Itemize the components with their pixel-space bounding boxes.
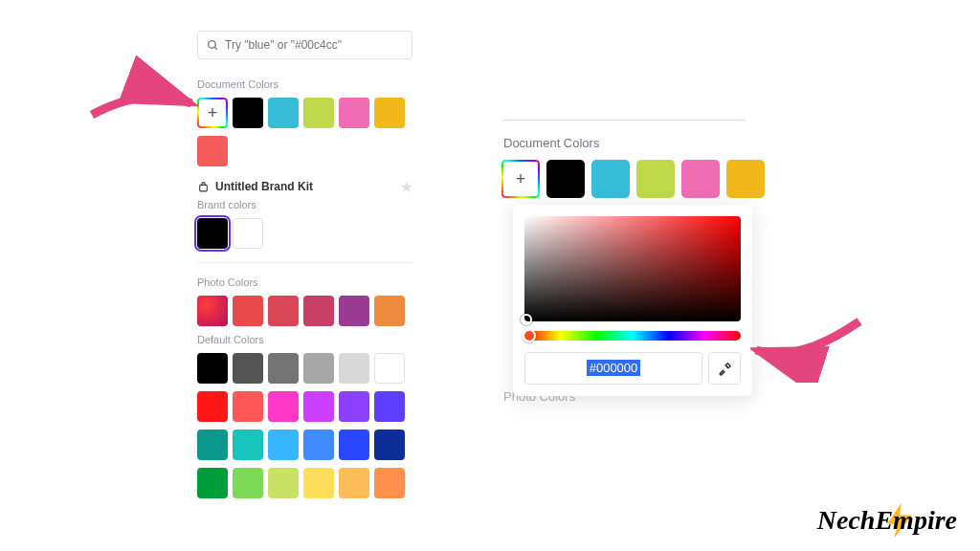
swatch[interactable] xyxy=(303,391,334,422)
hex-row: #000000 xyxy=(524,352,741,385)
plus-icon: + xyxy=(208,104,218,121)
swatch[interactable] xyxy=(233,468,263,498)
swatch[interactable] xyxy=(233,391,263,422)
swatch[interactable] xyxy=(268,98,299,128)
brand-kit-title: Untitled Brand Kit xyxy=(215,180,313,193)
swatch[interactable] xyxy=(197,353,228,384)
hue-slider[interactable] xyxy=(524,331,741,341)
swatch[interactable] xyxy=(591,160,630,198)
swatch[interactable] xyxy=(268,353,299,384)
brand-colors-heading: Brand colors xyxy=(197,199,412,210)
brand-kit-icon xyxy=(197,181,210,193)
photo-colors-row xyxy=(197,296,412,326)
swatch[interactable] xyxy=(374,98,405,128)
eyedropper-icon xyxy=(717,361,733,377)
document-colors-row2 xyxy=(197,136,412,166)
swatch[interactable] xyxy=(233,218,263,249)
swatch[interactable] xyxy=(303,353,334,384)
default-colors-heading: Default Colors xyxy=(197,334,412,345)
swatch[interactable] xyxy=(197,430,228,460)
swatch[interactable] xyxy=(339,353,369,384)
saturation-handle[interactable] xyxy=(521,314,532,325)
divider xyxy=(197,262,412,263)
swatch[interactable] xyxy=(339,296,369,326)
document-colors-row-right: + xyxy=(501,160,789,198)
brand-kit-header: Untitled Brand Kit ★ xyxy=(197,180,412,193)
plus-icon: + xyxy=(516,170,526,187)
swatch[interactable] xyxy=(339,430,369,460)
swatch[interactable] xyxy=(303,430,334,460)
color-picker-popover: #000000 xyxy=(513,205,752,396)
default-colors-row xyxy=(197,353,412,384)
color-search-input[interactable] xyxy=(225,38,403,52)
brand-colors-row xyxy=(197,218,412,249)
document-colors-row: + xyxy=(197,98,412,128)
search-icon xyxy=(207,39,219,52)
hex-value: #000000 xyxy=(587,360,641,376)
default-colors-row xyxy=(197,391,412,422)
swatch[interactable] xyxy=(374,353,405,384)
swatch[interactable] xyxy=(268,391,299,422)
annotation-arrow-right xyxy=(750,316,865,386)
annotation-arrow-left xyxy=(88,78,203,130)
swatch[interactable] xyxy=(374,468,405,498)
svg-line-1 xyxy=(214,47,217,50)
swatch[interactable] xyxy=(374,296,405,326)
hex-input[interactable]: #000000 xyxy=(524,352,702,385)
swatch[interactable] xyxy=(374,430,405,460)
hue-handle[interactable] xyxy=(523,329,536,342)
swatch[interactable] xyxy=(197,296,228,326)
add-color-button[interactable]: + xyxy=(501,160,540,198)
swatch[interactable] xyxy=(233,353,263,384)
swatch[interactable] xyxy=(233,430,263,460)
swatch[interactable] xyxy=(681,160,720,198)
swatch[interactable] xyxy=(339,468,369,498)
swatch[interactable] xyxy=(374,391,405,422)
swatch[interactable] xyxy=(726,160,765,198)
swatch[interactable] xyxy=(636,160,675,198)
svg-point-0 xyxy=(209,40,216,48)
swatch[interactable] xyxy=(197,136,228,166)
swatch[interactable] xyxy=(303,468,334,498)
swatch[interactable] xyxy=(233,296,263,326)
watermark-text: NechEmpire xyxy=(817,505,957,535)
swatch[interactable] xyxy=(268,468,299,498)
swatch[interactable] xyxy=(268,296,299,326)
swatch-selected[interactable] xyxy=(197,218,228,249)
eyedropper-button[interactable] xyxy=(708,352,741,385)
swatch[interactable] xyxy=(268,430,299,460)
document-colors-heading: Document Colors xyxy=(197,78,412,90)
color-search[interactable] xyxy=(197,31,412,59)
saturation-area[interactable] xyxy=(524,216,741,321)
swatch[interactable] xyxy=(197,391,228,422)
swatch[interactable] xyxy=(303,98,334,128)
default-colors-row xyxy=(197,468,412,498)
default-colors-row xyxy=(197,430,412,460)
swatch[interactable] xyxy=(546,160,585,198)
swatch[interactable] xyxy=(197,468,228,498)
favorite-icon[interactable]: ★ xyxy=(401,180,412,194)
color-panel-left: Document Colors + Untitled Brand Kit ★ B… xyxy=(197,31,412,506)
swatch[interactable] xyxy=(233,98,263,128)
document-colors-heading-right: Document Colors xyxy=(503,136,789,150)
watermark-logo: NechEmpire xyxy=(817,505,957,536)
svg-rect-2 xyxy=(200,185,208,191)
swatch[interactable] xyxy=(339,391,369,422)
swatch[interactable] xyxy=(303,296,334,326)
photo-colors-heading: Photo Colors xyxy=(197,276,412,288)
swatch[interactable] xyxy=(339,98,369,128)
